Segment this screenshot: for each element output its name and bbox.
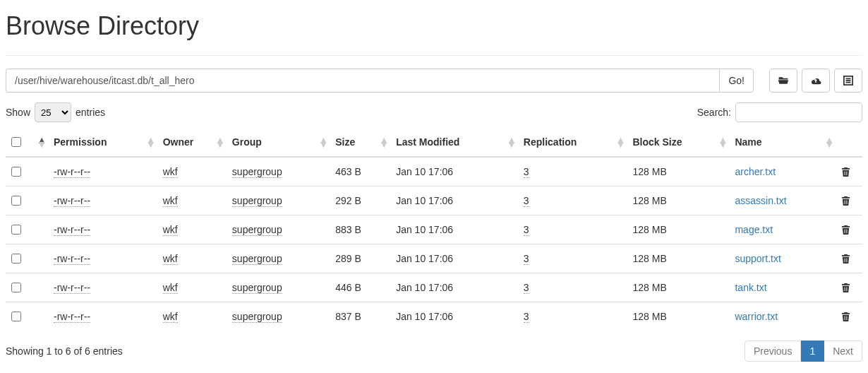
pager-previous[interactable]: Previous bbox=[745, 341, 801, 362]
col-block-size-label: Block Size bbox=[632, 136, 682, 148]
col-block-size[interactable]: Block Size ▲▼ bbox=[629, 128, 732, 157]
permission-text[interactable]: -rw-r--r-- bbox=[54, 253, 90, 265]
col-size[interactable]: Size ▲▼ bbox=[332, 128, 393, 157]
col-actions bbox=[838, 128, 862, 157]
svg-rect-10 bbox=[845, 258, 845, 262]
go-button[interactable]: Go! bbox=[719, 69, 754, 93]
replication-text[interactable]: 3 bbox=[524, 224, 529, 236]
file-link[interactable]: warrior.txt bbox=[735, 311, 778, 322]
delete-icon[interactable] bbox=[841, 167, 857, 177]
svg-rect-7 bbox=[846, 200, 847, 204]
col-owner[interactable]: Owner ▲▼ bbox=[160, 128, 229, 157]
delete-icon[interactable] bbox=[841, 196, 857, 206]
size-text: 289 B bbox=[332, 244, 393, 273]
file-table: ▲▼ Permission ▲▼ Owner ▲▼ Group ▲▼ Size … bbox=[6, 128, 862, 331]
row-checkbox[interactable] bbox=[11, 196, 21, 206]
group-text[interactable]: supergroup bbox=[232, 311, 282, 323]
pager-page[interactable]: 1 bbox=[801, 341, 824, 362]
modified-text: Jan 10 17:06 bbox=[393, 244, 521, 273]
owner-text[interactable]: wkf bbox=[163, 166, 178, 178]
file-link[interactable]: assassin.txt bbox=[735, 195, 786, 206]
group-text[interactable]: supergroup bbox=[232, 253, 282, 265]
group-text[interactable]: supergroup bbox=[232, 224, 282, 236]
page-length-select[interactable]: 102550100 bbox=[35, 102, 71, 122]
size-text: 446 B bbox=[332, 273, 393, 302]
permission-text[interactable]: -rw-r--r-- bbox=[54, 282, 90, 294]
row-checkbox[interactable] bbox=[11, 312, 21, 321]
path-toolbar: Go! bbox=[6, 69, 862, 93]
cut-button[interactable] bbox=[834, 69, 862, 93]
col-permission[interactable]: Permission ▲▼ bbox=[51, 128, 160, 157]
replication-text[interactable]: 3 bbox=[524, 166, 529, 178]
col-group[interactable]: Group ▲▼ bbox=[229, 128, 332, 157]
owner-text[interactable]: wkf bbox=[163, 253, 178, 265]
col-replication-label: Replication bbox=[524, 136, 577, 148]
svg-rect-6 bbox=[845, 200, 845, 204]
file-link[interactable]: archer.txt bbox=[735, 166, 776, 177]
delete-icon[interactable] bbox=[841, 312, 857, 322]
search-label: Search: bbox=[697, 107, 731, 118]
table-info: Showing 1 to 6 of 6 entries bbox=[6, 345, 123, 357]
entries-label: entries bbox=[76, 107, 105, 118]
col-name[interactable]: Name ▲▼ bbox=[732, 128, 838, 157]
file-link[interactable]: support.txt bbox=[735, 253, 780, 264]
file-link[interactable]: mage.txt bbox=[735, 224, 773, 235]
replication-text[interactable]: 3 bbox=[524, 311, 529, 323]
group-text[interactable]: supergroup bbox=[232, 166, 282, 178]
path-input[interactable] bbox=[6, 69, 719, 93]
svg-rect-12 bbox=[845, 287, 845, 291]
select-all-checkbox[interactable] bbox=[11, 137, 21, 147]
col-replication[interactable]: Replication ▲▼ bbox=[521, 128, 630, 157]
owner-text[interactable]: wkf bbox=[163, 282, 178, 294]
col-permission-label: Permission bbox=[54, 136, 107, 148]
size-text: 837 B bbox=[332, 302, 393, 331]
replication-text[interactable]: 3 bbox=[524, 253, 529, 265]
permission-text[interactable]: -rw-r--r-- bbox=[54, 195, 90, 207]
length-control: Show 102550100 entries bbox=[6, 102, 105, 122]
block-size-text: 128 MB bbox=[629, 157, 732, 186]
table-body: -rw-r--r--wkfsupergroup463 BJan 10 17:06… bbox=[6, 157, 862, 331]
new-folder-button[interactable] bbox=[769, 69, 797, 93]
pager-next[interactable]: Next bbox=[824, 341, 862, 362]
permission-text[interactable]: -rw-r--r-- bbox=[54, 166, 90, 178]
modified-text: Jan 10 17:06 bbox=[393, 186, 521, 215]
group-text[interactable]: supergroup bbox=[232, 282, 282, 294]
upload-button[interactable] bbox=[802, 69, 830, 93]
col-last-modified[interactable]: Last Modified ▲▼ bbox=[393, 128, 521, 157]
table-row: -rw-r--r--wkfsupergroup289 BJan 10 17:06… bbox=[6, 244, 862, 273]
col-size-label: Size bbox=[335, 136, 355, 148]
col-last-modified-label: Last Modified bbox=[396, 136, 459, 148]
group-text[interactable]: supergroup bbox=[232, 195, 282, 207]
table-row: -rw-r--r--wkfsupergroup292 BJan 10 17:06… bbox=[6, 186, 862, 215]
owner-text[interactable]: wkf bbox=[163, 311, 178, 323]
col-sort-none[interactable]: ▲▼ bbox=[30, 128, 51, 157]
row-checkbox[interactable] bbox=[11, 225, 21, 235]
table-row: -rw-r--r--wkfsupergroup837 BJan 10 17:06… bbox=[6, 302, 862, 331]
permission-text[interactable]: -rw-r--r-- bbox=[54, 224, 90, 236]
row-checkbox[interactable] bbox=[11, 283, 21, 292]
block-size-text: 128 MB bbox=[629, 302, 732, 331]
modified-text: Jan 10 17:06 bbox=[393, 157, 521, 186]
row-checkbox[interactable] bbox=[11, 167, 21, 177]
path-input-group: Go! bbox=[6, 69, 754, 93]
block-size-text: 128 MB bbox=[629, 273, 732, 302]
row-checkbox[interactable] bbox=[11, 254, 21, 264]
col-select-all bbox=[6, 128, 30, 157]
block-size-text: 128 MB bbox=[629, 244, 732, 273]
delete-icon[interactable] bbox=[841, 254, 857, 264]
replication-text[interactable]: 3 bbox=[524, 195, 529, 207]
search-control: Search: bbox=[697, 102, 862, 122]
svg-rect-8 bbox=[845, 229, 845, 233]
replication-text[interactable]: 3 bbox=[524, 282, 529, 294]
delete-icon[interactable] bbox=[841, 283, 857, 293]
search-input[interactable] bbox=[735, 102, 862, 122]
size-text: 292 B bbox=[332, 186, 393, 215]
delete-icon[interactable] bbox=[841, 225, 857, 235]
owner-text[interactable]: wkf bbox=[163, 224, 178, 236]
permission-text[interactable]: -rw-r--r-- bbox=[54, 311, 90, 323]
col-owner-label: Owner bbox=[163, 136, 194, 148]
file-link[interactable]: tank.txt bbox=[735, 282, 766, 293]
cloud-upload-icon bbox=[809, 76, 822, 85]
action-buttons bbox=[769, 69, 862, 93]
owner-text[interactable]: wkf bbox=[163, 195, 178, 207]
